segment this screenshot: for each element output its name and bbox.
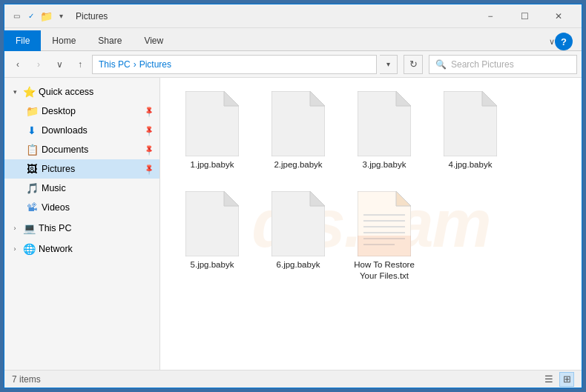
this-pc-label: This PC: [39, 223, 154, 233]
window-title: Pictures: [76, 11, 473, 21]
file-icon-image: [444, 91, 497, 156]
sidebar: ▾ ⭐ Quick access 📁 Desktop 📌 ⬇ Downloads…: [4, 78, 160, 370]
recent-button[interactable]: ∨: [50, 56, 68, 73]
address-pc: This PC: [99, 59, 131, 70]
svg-marker-3: [310, 91, 325, 106]
quick-access-group: ▾ ⭐ Quick access 📁 Desktop 📌 ⬇ Downloads…: [4, 82, 159, 217]
network-icon: 🌐: [22, 243, 36, 255]
close-button[interactable]: ✕: [541, 4, 576, 28]
tab-file[interactable]: File: [4, 30, 41, 51]
sidebar-item-pictures[interactable]: 🖼 Pictures 📌: [4, 159, 159, 179]
file-name: 2.jpeg.babyk: [274, 159, 322, 170]
file-item[interactable]: How To Restore Your Files.txt: [347, 187, 421, 286]
status-bar: 7 items ☰ ⊞: [4, 370, 582, 388]
view-buttons: ☰ ⊞: [541, 372, 574, 387]
sidebar-item-this-pc[interactable]: › 💻 This PC: [4, 219, 159, 238]
sidebar-item-videos[interactable]: 📽 Videos: [4, 198, 159, 217]
explorer-window: ▭ ✓ 📁 ▾ Pictures − ☐ ✕ File Home Share V…: [4, 4, 582, 388]
svg-marker-9: [224, 191, 239, 206]
address-dropdown[interactable]: ▾: [380, 55, 398, 74]
back-button[interactable]: ‹: [9, 56, 27, 73]
file-item[interactable]: 1.jpg.babyk: [175, 87, 249, 175]
svg-marker-13: [396, 191, 411, 206]
window-controls: − ☐ ✕: [473, 4, 576, 28]
file-icon-image: [271, 91, 325, 156]
download-icon: ⬇: [25, 124, 39, 136]
title-bar: ▭ ✓ 📁 ▾ Pictures − ☐ ✕: [4, 4, 582, 28]
file-item[interactable]: 3.jpg.babyk: [347, 87, 421, 175]
file-item[interactable]: 5.jpg.babyk: [175, 187, 249, 286]
search-placeholder: Search Pictures: [451, 59, 514, 70]
file-name: 4.jpg.babyk: [449, 159, 493, 170]
pc-icon: 💻: [22, 222, 36, 234]
pin-icon: 📌: [143, 124, 155, 136]
music-icon: 🎵: [25, 182, 39, 194]
up-button[interactable]: ↑: [71, 56, 89, 73]
expand-icon: ▾: [10, 88, 19, 96]
desktop-label: Desktop: [42, 106, 142, 116]
file-item[interactable]: 2.jpeg.babyk: [261, 87, 335, 175]
details-view-button[interactable]: ☰: [541, 372, 556, 387]
music-label: Music: [42, 183, 154, 193]
this-pc-group: › 💻 This PC: [4, 219, 159, 238]
sidebar-item-documents[interactable]: 📋 Documents 📌: [4, 140, 159, 159]
address-sep1: ›: [134, 59, 136, 70]
videos-label: Videos: [42, 202, 154, 213]
search-box[interactable]: 🔍 Search Pictures: [429, 55, 577, 74]
ribbon: File Home Share View ∨ ?: [4, 28, 582, 51]
svg-marker-7: [482, 91, 497, 106]
item-count: 7 items: [12, 374, 41, 385]
ribbon-tabs: File Home Share View ∨ ?: [4, 28, 582, 50]
help-button[interactable]: ?: [555, 33, 573, 50]
network-group: › 🌐 Network: [4, 239, 159, 259]
sidebar-item-network[interactable]: › 🌐 Network: [4, 239, 159, 259]
videos-icon: 📽: [25, 202, 39, 213]
file-name: 3.jpg.babyk: [363, 159, 406, 170]
file-icon-image: [271, 191, 325, 256]
svg-marker-1: [224, 91, 239, 106]
file-name: 6.jpg.babyk: [277, 259, 320, 270]
svg-marker-5: [396, 91, 411, 106]
network-label: Network: [39, 244, 154, 254]
files-grid: 1.jpg.babyk 2.jpeg.babyk: [175, 87, 567, 286]
pictures-icon: 🖼: [25, 163, 39, 175]
tab-share[interactable]: Share: [87, 30, 133, 51]
svg-rect-20: [358, 236, 411, 256]
downloads-label: Downloads: [42, 125, 142, 136]
large-icons-view-button[interactable]: ⊞: [559, 372, 574, 387]
documents-icon: 📋: [25, 144, 39, 156]
sidebar-item-music[interactable]: 🎵 Music: [4, 179, 159, 198]
maximize-button[interactable]: ☐: [507, 4, 541, 28]
quick-access-label: Quick access: [39, 87, 154, 97]
nav-bar: ‹ › ∨ ↑ This PC › Pictures ▾ ↻ 🔍 Search …: [4, 51, 582, 78]
folder-icon: 📁: [25, 105, 39, 117]
file-item[interactable]: 6.jpg.babyk: [261, 187, 335, 286]
ribbon-collapse[interactable]: ∨ ?: [543, 33, 582, 50]
minimize-button[interactable]: −: [473, 4, 507, 28]
main-area: ▾ ⭐ Quick access 📁 Desktop 📌 ⬇ Downloads…: [4, 78, 582, 370]
address-bar[interactable]: This PC › Pictures: [92, 55, 377, 74]
checkmark-icon: ✓: [25, 12, 37, 21]
search-icon: 🔍: [435, 59, 447, 70]
file-name: 5.jpg.babyk: [191, 259, 234, 270]
sidebar-item-downloads[interactable]: ⬇ Downloads 📌: [4, 121, 159, 140]
pin-icon: 📌: [143, 105, 155, 117]
dropdown-arrow-icon: ▾: [55, 12, 67, 21]
folder-icon: 📁: [40, 12, 52, 21]
file-icon-text: [358, 191, 411, 256]
sidebar-item-desktop[interactable]: 📁 Desktop 📌: [4, 102, 159, 121]
address-pictures: Pictures: [139, 59, 171, 70]
file-item[interactable]: 4.jpg.babyk: [433, 87, 507, 175]
file-icon-image: [185, 191, 239, 256]
tab-home[interactable]: Home: [41, 30, 87, 51]
refresh-button[interactable]: ↻: [404, 55, 423, 74]
title-bar-icons: ▭ ✓ 📁 ▾: [10, 12, 67, 21]
file-icon-image: [185, 91, 239, 156]
star-icon: ⭐: [22, 86, 36, 98]
sidebar-quick-access[interactable]: ▾ ⭐ Quick access: [4, 82, 159, 102]
expand-icon: ›: [10, 225, 19, 232]
pin-icon: 📌: [143, 163, 155, 175]
forward-button: ›: [30, 56, 47, 73]
svg-marker-11: [310, 191, 325, 206]
tab-view[interactable]: View: [133, 30, 174, 51]
